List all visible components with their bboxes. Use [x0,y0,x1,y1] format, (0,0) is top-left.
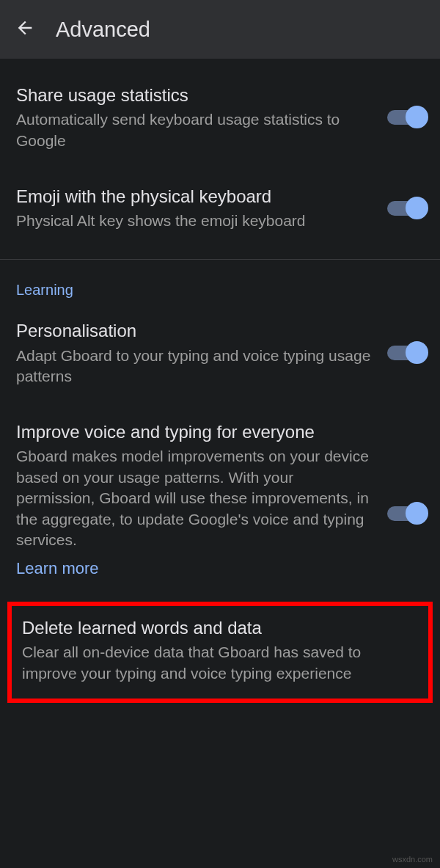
personalisation-toggle[interactable] [387,346,424,360]
setting-title: Improve voice and typing for everyone [16,420,373,443]
setting-desc: Clear all on-device data that Gboard has… [22,642,418,684]
setting-title: Emoji with the physical keyboard [16,185,373,208]
setting-text: Share usage statistics Automatically sen… [16,84,373,151]
share-usage-statistics-row[interactable]: Share usage statistics Automatically sen… [0,70,440,164]
app-header: Advanced [0,0,440,59]
emoji-physical-keyboard-row[interactable]: Emoji with the physical keyboard Physica… [0,164,440,249]
setting-text: Emoji with the physical keyboard Physica… [16,185,373,232]
learning-section-label: Learning [0,264,440,306]
improve-voice-toggle[interactable] [387,506,424,521]
page-title: Advanced [56,18,150,42]
emoji-physical-toggle[interactable] [387,201,424,216]
setting-text: Personalisation Adapt Gboard to your typ… [16,319,373,387]
share-usage-toggle[interactable] [387,110,424,125]
setting-text: Improve voice and typing for everyone Gb… [16,420,373,550]
watermark: wsxdn.com [392,855,433,864]
section-divider [0,259,440,260]
personalisation-row[interactable]: Personalisation Adapt Gboard to your typ… [0,306,440,400]
setting-desc: Gboard makes model improvements on your … [16,446,373,550]
setting-title: Delete learned words and data [22,616,418,639]
setting-desc: Automatically send keyboard usage statis… [16,109,373,151]
setting-title: Personalisation [16,319,373,342]
improve-voice-typing-row[interactable]: Improve voice and typing for everyone Gb… [0,400,440,556]
setting-desc: Physical Alt key shows the emoji keyboar… [16,211,373,231]
back-arrow-icon[interactable] [15,18,35,41]
settings-content: Share usage statistics Automatically sen… [0,59,440,703]
setting-title: Share usage statistics [16,84,373,106]
learn-more-link[interactable]: Learn more [0,556,440,594]
setting-desc: Adapt Gboard to your typing and voice ty… [16,346,373,387]
delete-learned-words-row[interactable]: Delete learned words and data Clear all … [7,602,433,703]
